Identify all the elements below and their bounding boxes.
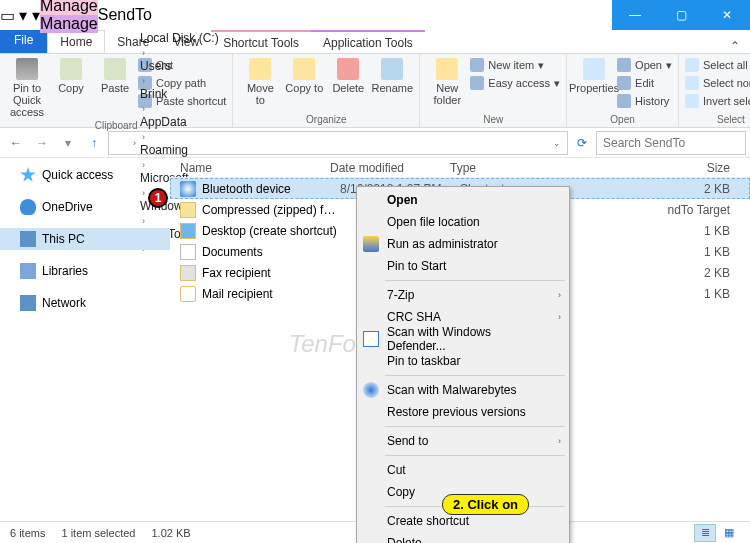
ctx-run-admin[interactable]: Run as administrator <box>359 233 567 255</box>
paste-button[interactable]: Paste <box>94 56 136 120</box>
shortcut-tools-tab[interactable]: Shortcut Tools <box>211 30 311 53</box>
up-button[interactable]: ↑ <box>82 131 106 155</box>
breadcrumb-segment[interactable]: Users <box>140 59 219 73</box>
star-icon <box>20 167 36 183</box>
select-all-button[interactable]: Select all <box>685 56 750 74</box>
refresh-button[interactable]: ⟳ <box>570 136 594 150</box>
ctx-open[interactable]: Open <box>359 189 567 211</box>
breadcrumb[interactable]: › Local Disk (C:)›Users›Brink›AppData›Ro… <box>108 131 568 155</box>
breadcrumb-segment[interactable]: Brink <box>140 87 219 101</box>
forward-button[interactable]: → <box>30 131 54 155</box>
maximize-button[interactable]: ▢ <box>658 0 704 30</box>
breadcrumb-segment[interactable]: Local Disk (C:) <box>140 31 219 45</box>
file-size: 2 KB <box>580 182 750 196</box>
col-date: Date modified <box>330 161 450 175</box>
chevron-right-icon: › <box>558 312 561 322</box>
thumbnails-view-button[interactable]: ▦ <box>718 524 740 542</box>
easy-access-button[interactable]: Easy access ▾ <box>470 74 560 92</box>
ctx-pin-start[interactable]: Pin to Start <box>359 255 567 277</box>
cloud-icon <box>20 199 36 215</box>
breadcrumb-segment[interactable]: Roaming <box>140 143 219 157</box>
qat-newfolder-icon[interactable]: ▾ <box>19 7 27 24</box>
group-open-label: Open <box>610 114 634 127</box>
nav-this-pc[interactable]: This PC <box>0 228 170 250</box>
ctx-open-location[interactable]: Open file location <box>359 211 567 233</box>
file-name: Compressed (zipped) folder <box>202 203 340 217</box>
libraries-icon <box>20 263 36 279</box>
properties-button[interactable]: Properties <box>573 56 615 110</box>
network-icon <box>20 295 36 311</box>
history-button[interactable]: History <box>617 92 672 110</box>
pin-quick-access-button[interactable]: Pin to Quick access <box>6 56 48 120</box>
application-tools-tab[interactable]: Application Tools <box>311 30 425 53</box>
titlebar: ▭ ▾ ▾ Manage Manage SendTo <box>0 0 612 30</box>
file-size: 1 KB <box>580 245 750 259</box>
minimize-button[interactable]: — <box>612 0 658 30</box>
delete-button[interactable]: Delete <box>327 56 369 108</box>
contextual-tab-shortcut[interactable]: Manage <box>40 0 98 15</box>
qat-customize-icon[interactable]: ▾ <box>32 7 40 24</box>
navigation-pane: Quick access OneDrive This PC Libraries … <box>0 158 170 518</box>
details-view-button[interactable]: ≣ <box>694 524 716 542</box>
address-bar: ← → ▾ ↑ › Local Disk (C:)›Users›Brink›Ap… <box>0 128 750 158</box>
copy-to-button[interactable]: Copy to <box>283 56 325 108</box>
status-item-count: 6 items <box>10 527 45 539</box>
rename-button[interactable]: Rename <box>371 56 413 108</box>
window-title: SendTo <box>98 6 152 24</box>
defender-icon <box>363 331 379 347</box>
group-organize-label: Organize <box>306 114 347 127</box>
invert-selection-button[interactable]: Invert selection <box>685 92 750 110</box>
ctx-7zip[interactable]: 7-Zip› <box>359 284 567 306</box>
ctx-pin-taskbar[interactable]: Pin to taskbar <box>359 350 567 372</box>
file-icon <box>180 223 196 239</box>
ribbon-tabs: File Home Share View Shortcut Tools Appl… <box>0 30 750 54</box>
group-new-label: New <box>483 114 503 127</box>
ctx-delete[interactable]: Delete <box>359 532 567 543</box>
context-menu: Open Open file location Run as administr… <box>356 186 570 543</box>
new-item-button[interactable]: New item ▾ <box>470 56 560 74</box>
pc-icon <box>20 231 36 247</box>
file-size: 1 KB <box>580 287 750 301</box>
select-none-button[interactable]: Select none <box>685 74 750 92</box>
close-button[interactable]: ✕ <box>704 0 750 30</box>
chevron-right-icon: › <box>558 290 561 300</box>
ctx-malwarebytes[interactable]: Scan with Malwarebytes <box>359 379 567 401</box>
search-input[interactable]: Search SendTo <box>596 131 746 155</box>
ribbon: Pin to Quick access Copy Paste Cut Copy … <box>0 54 750 128</box>
ctx-send-to[interactable]: Send to› <box>359 430 567 452</box>
home-tab[interactable]: Home <box>47 30 105 53</box>
ctx-defender[interactable]: Scan with Windows Defender... <box>359 328 567 350</box>
chevron-right-icon: › <box>558 436 561 446</box>
file-size: 2 KB <box>580 266 750 280</box>
column-headers[interactable]: Name Date modified Type Size <box>170 158 750 178</box>
new-folder-button[interactable]: New folder <box>426 56 468 108</box>
file-size: ndTo Target <box>580 203 750 217</box>
breadcrumb-segment[interactable]: AppData <box>140 115 219 129</box>
shield-icon <box>363 236 379 252</box>
annotation-step-1: 1 <box>148 188 168 208</box>
nav-libraries[interactable]: Libraries <box>0 260 170 282</box>
annotation-step-2: 2. Click on <box>442 494 529 515</box>
file-size: 1 KB <box>580 224 750 238</box>
status-size: 1.02 KB <box>151 527 190 539</box>
ctx-cut[interactable]: Cut <box>359 459 567 481</box>
open-button[interactable]: Open ▾ <box>617 56 672 74</box>
file-icon <box>180 181 196 197</box>
group-select-label: Select <box>717 114 745 127</box>
back-button[interactable]: ← <box>4 131 28 155</box>
chevron-right-icon: › <box>140 132 147 142</box>
file-icon <box>180 244 196 260</box>
edit-button[interactable]: Edit <box>617 74 672 92</box>
nav-onedrive[interactable]: OneDrive <box>0 196 170 218</box>
ctx-restore[interactable]: Restore previous versions <box>359 401 567 423</box>
qat-properties-icon[interactable]: ▭ <box>0 7 15 24</box>
chevron-right-icon: › <box>140 48 147 58</box>
breadcrumb-dropdown-icon[interactable]: ⌄ <box>551 138 563 148</box>
contextual-tab-app[interactable]: Manage <box>40 15 98 33</box>
recent-button[interactable]: ▾ <box>56 131 80 155</box>
nav-network[interactable]: Network <box>0 292 170 314</box>
move-to-button[interactable]: Move to <box>239 56 281 108</box>
ribbon-expand-icon[interactable]: ⌃ <box>720 39 750 53</box>
nav-quick-access[interactable]: Quick access <box>0 164 170 186</box>
copy-button[interactable]: Copy <box>50 56 92 120</box>
